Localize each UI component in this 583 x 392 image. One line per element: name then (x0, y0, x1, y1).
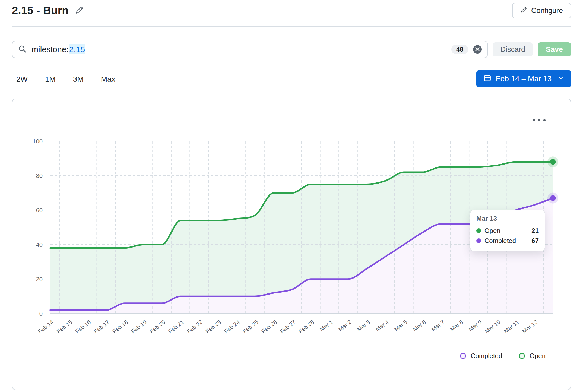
y-tick-label: 0 (39, 310, 43, 317)
page-title: 2.15 - Burn (12, 4, 69, 17)
x-tick-label: Feb 28 (297, 319, 315, 334)
x-tick-label: Mar 2 (337, 319, 352, 333)
legend-item-open[interactable]: Open (519, 352, 546, 360)
pencil-icon (520, 6, 527, 15)
tooltip-open-label: Open (484, 227, 500, 235)
x-tick-label: Mar 11 (503, 319, 520, 334)
x-tick-label: Mar 8 (449, 319, 464, 333)
chart-card: 020406080100Feb 14Feb 15Feb 16Feb 17Feb … (12, 99, 571, 390)
edit-title-button[interactable] (75, 6, 84, 15)
query-text: milestone:2.15 (31, 45, 85, 54)
x-tick-label: Feb 15 (55, 319, 73, 334)
x-tick-label: Mar 12 (521, 319, 539, 334)
filter-bar: milestone:2.15 48 Discard Save (12, 41, 571, 58)
x-tick-label: Feb 16 (74, 319, 92, 334)
tooltip-date: Mar 13 (476, 215, 539, 222)
x-tick-label: Mar 10 (484, 319, 502, 334)
x-tick-label: Mar 5 (393, 319, 408, 333)
open-endpoint-dot[interactable] (550, 159, 556, 165)
chevron-down-icon (557, 74, 564, 83)
range-tabs: 2W 1M 3M Max (16, 71, 115, 87)
header-divider (12, 26, 571, 27)
y-tick-label: 80 (36, 172, 43, 179)
query-prefix: milestone: (31, 45, 69, 54)
y-tick-label: 40 (36, 241, 43, 248)
search-icon (18, 45, 27, 54)
x-tick-label: Feb 18 (111, 319, 129, 334)
x-tick-label: Feb 26 (260, 319, 278, 334)
legend-open-label: Open (530, 352, 546, 360)
range-tab-2w[interactable]: 2W (16, 75, 28, 84)
range-tab-max[interactable]: Max (101, 75, 115, 84)
filter-query-input[interactable]: milestone:2.15 48 (12, 41, 488, 58)
completed-endpoint-dot[interactable] (550, 195, 556, 201)
x-tick-label: Mar 3 (356, 319, 371, 333)
completed-dot-icon (476, 238, 481, 243)
open-circle-icon (519, 353, 525, 359)
tooltip-row-completed: Completed 67 (476, 236, 539, 246)
chart-tooltip: Mar 13 Open 21 Completed 67 (470, 210, 545, 251)
x-tick-label: Feb 19 (130, 319, 148, 334)
chart-menu-button[interactable] (531, 117, 548, 124)
x-tick-label: Mar 7 (430, 319, 445, 333)
calendar-icon (483, 74, 492, 84)
range-tab-3m[interactable]: 3M (73, 75, 84, 84)
chart-legend: Completed Open (460, 352, 546, 360)
x-tick-label: Mar 9 (468, 319, 483, 333)
date-range-label: Feb 14 – Mar 13 (496, 74, 552, 83)
discard-button[interactable]: Discard (493, 42, 533, 56)
x-tick-label: Feb 27 (279, 319, 297, 334)
y-tick-label: 60 (36, 207, 43, 214)
dot-icon (543, 119, 546, 121)
save-button[interactable]: Save (538, 42, 571, 56)
tooltip-completed-value: 67 (531, 237, 539, 245)
tooltip-row-open: Open 21 (476, 226, 539, 236)
legend-item-completed[interactable]: Completed (460, 352, 502, 360)
result-count-badge: 48 (451, 45, 468, 54)
y-tick-label: 100 (33, 138, 43, 145)
insights-page: { "header": { "title": "2.15 - Burn", "c… (0, 0, 583, 392)
legend-completed-label: Completed (471, 352, 502, 360)
range-tab-1m[interactable]: 1M (45, 75, 56, 84)
x-tick-label: Feb 25 (242, 319, 259, 334)
query-token-milestone: 2.15 (69, 44, 85, 54)
page-header: 2.15 - Burn (12, 4, 84, 17)
x-tick-label: Feb 20 (148, 319, 166, 334)
x-tick-label: Mar 4 (375, 319, 390, 333)
x-tick-label: Feb 21 (167, 319, 185, 334)
x-tick-label: Feb 24 (223, 319, 241, 335)
dot-icon (538, 119, 540, 121)
y-tick-label: 20 (36, 276, 43, 283)
open-dot-icon (476, 228, 481, 233)
pencil-icon (75, 6, 84, 15)
x-tick-label: Feb 14 (37, 319, 55, 335)
tooltip-open-value: 21 (531, 227, 539, 235)
x-tick-label: Mar 6 (412, 319, 427, 333)
configure-button[interactable]: Configure (512, 3, 571, 18)
completed-circle-icon (460, 353, 466, 359)
close-icon (475, 47, 480, 52)
clear-filter-button[interactable] (473, 45, 482, 54)
x-tick-label: Mar 1 (319, 319, 334, 333)
x-tick-label: Feb 23 (204, 319, 222, 334)
configure-label: Configure (531, 7, 563, 15)
x-tick-label: Feb 17 (93, 319, 111, 334)
dot-icon (533, 119, 535, 121)
tooltip-completed-label: Completed (484, 237, 516, 245)
x-tick-label: Feb 22 (186, 319, 204, 334)
date-range-button[interactable]: Feb 14 – Mar 13 (476, 70, 571, 87)
